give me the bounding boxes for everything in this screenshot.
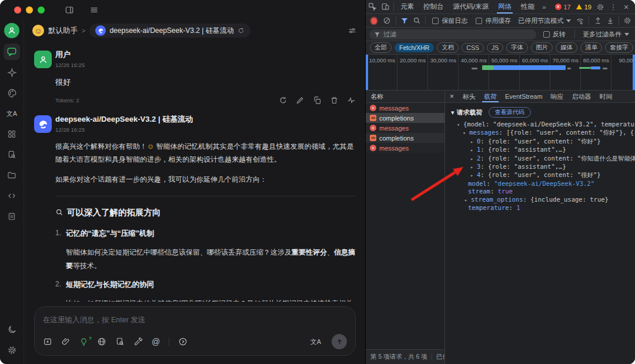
- request-row[interactable]: <>completions: [366, 133, 444, 143]
- devtools-close-icon[interactable]: ×: [620, 2, 633, 12]
- assistant-avatar[interactable]: ☺: [32, 25, 44, 36]
- chip-css[interactable]: CSS: [462, 43, 484, 52]
- timeline-handle-left[interactable]: [366, 55, 368, 90]
- close-detail-icon[interactable]: ×: [445, 92, 459, 101]
- tab-elements[interactable]: 元素: [396, 0, 419, 14]
- tab-sources[interactable]: 源代码/来源: [449, 0, 494, 14]
- close-window-button[interactable]: [14, 6, 21, 14]
- minimize-window-button[interactable]: [26, 6, 33, 14]
- send-button[interactable]: [332, 334, 347, 349]
- devtools-menu-icon[interactable]: ⋮: [609, 3, 617, 11]
- tools-icon[interactable]: [133, 337, 143, 346]
- tab-performance[interactable]: 性能: [516, 0, 539, 14]
- payload-node[interactable]: ▸3: {role: "assistant",…}: [451, 163, 635, 171]
- import-har-icon[interactable]: [592, 16, 603, 25]
- filter-icon[interactable]: [399, 16, 410, 25]
- toggle-sidebar-icon[interactable]: [65, 5, 74, 15]
- chip-fetch-xhr[interactable]: Fetch/XHR: [395, 43, 434, 52]
- payload-node[interactable]: ▸4: {role: "user", content: "很好"}: [451, 171, 635, 179]
- tab-payload[interactable]: 载荷: [480, 91, 501, 102]
- inspect-element-icon[interactable]: [366, 2, 379, 11]
- tab-timing[interactable]: 时间: [596, 91, 617, 102]
- attachment-icon[interactable]: [61, 337, 71, 346]
- request-row[interactable]: ×messages: [366, 123, 444, 133]
- knowledge-base-icon[interactable]: [115, 337, 125, 346]
- more-tabs-icon[interactable]: »: [539, 4, 549, 11]
- sidebar-item-chat[interactable]: [4, 44, 20, 60]
- expand-icon[interactable]: [178, 337, 188, 346]
- token-usage-icon[interactable]: [347, 96, 356, 105]
- invert-filter-checkbox[interactable]: 反转: [543, 30, 566, 39]
- device-toolbar-icon[interactable]: [379, 2, 392, 11]
- export-har-icon[interactable]: [604, 16, 616, 25]
- tab-initiator[interactable]: 启动器: [568, 91, 596, 102]
- name-column-header[interactable]: 名称: [366, 91, 444, 103]
- tab-response[interactable]: 响应: [547, 91, 568, 102]
- payload-node[interactable]: ▸stream_options: {include_usage: true}: [451, 196, 635, 204]
- network-settings-icon[interactable]: [622, 16, 633, 25]
- request-row[interactable]: ×messages: [366, 143, 444, 153]
- view-source-button[interactable]: 查看源代码: [489, 107, 531, 118]
- warning-count[interactable]: 19: [584, 4, 591, 11]
- chip-img[interactable]: 图片: [531, 42, 553, 53]
- tab-console[interactable]: 控制台: [419, 0, 449, 14]
- tab-network[interactable]: 网络: [493, 0, 516, 14]
- translate-icon[interactable]: 文A: [310, 338, 321, 346]
- clear-network-log-icon[interactable]: [382, 16, 393, 25]
- chip-manifest[interactable]: 清单: [580, 42, 602, 53]
- tab-headers[interactable]: 标头: [459, 91, 480, 102]
- dark-mode-toggle[interactable]: [4, 321, 20, 338]
- disable-cache-checkbox[interactable]: 停用缓存: [476, 16, 511, 25]
- message-input[interactable]: [43, 316, 347, 324]
- filter-input[interactable]: [383, 31, 532, 38]
- throttling-dropdown[interactable]: 已停用节流模式: [518, 16, 571, 25]
- new-topic-icon[interactable]: [43, 337, 52, 346]
- payload-node[interactable]: ▾messages: [{role: "user", content: "你好"…: [451, 129, 635, 137]
- chip-font[interactable]: 字体: [506, 42, 528, 53]
- chip-doc[interactable]: 文档: [437, 42, 459, 53]
- user-avatar[interactable]: [4, 23, 19, 38]
- timeline-handle-right[interactable]: [633, 55, 635, 90]
- error-count[interactable]: 17: [564, 4, 571, 11]
- sidebar-item-translate[interactable]: 文A: [4, 105, 20, 122]
- more-filters-dropdown[interactable]: 更多过滤条件: [583, 30, 629, 39]
- menu-icon[interactable]: [89, 5, 99, 15]
- payload-node[interactable]: stream: true: [451, 188, 635, 195]
- refresh-icon[interactable]: [238, 27, 245, 34]
- request-row-selected[interactable]: <>completions: [366, 113, 444, 123]
- zoom-window-button[interactable]: [38, 6, 45, 14]
- copy-icon[interactable]: [313, 96, 322, 105]
- payload-node[interactable]: ▾{model: "deepseek-ai/DeepSeek-V3.2", te…: [451, 121, 635, 129]
- mention-icon[interactable]: @: [152, 337, 160, 346]
- payload-node[interactable]: ▸0: {role: "user", content: "你好"}: [451, 138, 635, 146]
- network-conditions-icon[interactable]: [574, 16, 586, 25]
- assistant-name[interactable]: 默认助手: [48, 26, 78, 36]
- record-network-log-button[interactable]: [371, 18, 377, 24]
- chip-all[interactable]: 全部: [370, 42, 392, 53]
- search-icon[interactable]: [411, 16, 422, 25]
- request-row[interactable]: ×messages: [366, 103, 444, 113]
- delete-icon[interactable]: [330, 96, 339, 105]
- sidebar-item-apps[interactable]: [4, 126, 20, 142]
- model-selector[interactable]: deepseek-ai/DeepSeek-V3.2 | 硅基流动: [89, 24, 250, 38]
- reasoning-toggle[interactable]: ?: [79, 338, 88, 346]
- sidebar-item-files[interactable]: [4, 167, 20, 183]
- chip-media[interactable]: 媒体: [556, 42, 577, 53]
- chip-js[interactable]: JS: [487, 43, 503, 52]
- web-search-icon[interactable]: [97, 337, 106, 346]
- chat-settings-icon[interactable]: [347, 26, 357, 35]
- network-overview-timeline[interactable]: 10,000 ms 20,000 ms 30,000 ms 40,000 ms …: [366, 55, 635, 91]
- sidebar-item-paintings[interactable]: [4, 85, 20, 101]
- regenerate-icon[interactable]: [279, 96, 288, 105]
- payload-node[interactable]: ▸2: {role: "user", content: "你知道什么是智能体的短…: [451, 155, 635, 163]
- payload-node[interactable]: model: "deepseek-ai/DeepSeek-V3.2": [451, 180, 635, 188]
- preserve-log-checkbox[interactable]: 保留日志: [432, 16, 467, 25]
- edit-icon[interactable]: [296, 96, 305, 105]
- tab-eventstream[interactable]: EventStream: [501, 91, 547, 102]
- payload-node[interactable]: ▸1: {role: "assistant",…}: [451, 146, 635, 154]
- chip-socket[interactable]: 套接字: [605, 42, 633, 53]
- sidebar-item-notes[interactable]: [4, 208, 20, 225]
- devtools-settings-icon[interactable]: [594, 3, 607, 11]
- sidebar-item-code[interactable]: [4, 188, 20, 204]
- sidebar-item-knowledge[interactable]: [4, 146, 20, 163]
